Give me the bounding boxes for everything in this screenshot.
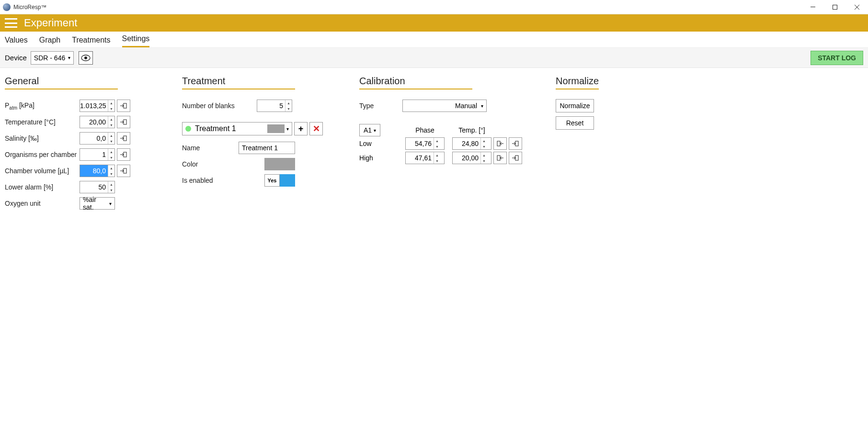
calibration-well-select[interactable]: A1▾ (359, 124, 380, 136)
treatment-heading: Treatment (182, 76, 295, 89)
add-treatment-button[interactable]: + (294, 122, 308, 135)
export-icon (512, 155, 519, 161)
tab-treatments[interactable]: Treatments (72, 34, 110, 47)
high-export-button[interactable] (509, 152, 522, 164)
export-icon (120, 152, 127, 157)
export-icon (120, 119, 127, 125)
reset-button[interactable]: Reset (556, 116, 594, 130)
oxygen-unit-label: Oxygen unit (5, 200, 80, 207)
temperature-input[interactable]: ▲▼ (80, 116, 115, 128)
panel-treatment: Treatment Number of blanks ▲▼ Treatment … (182, 76, 340, 190)
organisms-input[interactable]: ▲▼ (80, 148, 115, 161)
menu-button[interactable] (5, 18, 17, 28)
svg-point-5 (84, 56, 87, 59)
tab-values[interactable]: Values (5, 34, 28, 47)
svg-rect-14 (124, 168, 126, 173)
header-bar: Experiment (0, 14, 868, 32)
x-icon: ✕ (313, 123, 320, 134)
export-icon (120, 168, 127, 174)
svg-rect-1 (833, 5, 837, 9)
treatment-enabled-label: Is enabled (182, 177, 239, 184)
treatment-name-input[interactable] (239, 142, 295, 154)
high-import-button[interactable] (493, 152, 507, 164)
high-temp-input[interactable]: ▲▼ (452, 152, 491, 164)
chevron-down-icon: ▾ (109, 201, 112, 206)
view-button[interactable] (79, 51, 93, 65)
high-phase-input[interactable]: ▲▼ (405, 152, 445, 164)
app-icon (3, 3, 11, 11)
organisms-export-button[interactable] (117, 148, 130, 161)
low-temp-input[interactable]: ▲▼ (452, 137, 491, 150)
treatment-selected: Treatment 1 (195, 124, 236, 133)
treatment-color-picker[interactable] (264, 158, 295, 170)
calibration-type-select[interactable]: Manual▾ (402, 100, 487, 112)
device-select[interactable]: SDR - 646 ▾ (31, 51, 74, 65)
chamber-volume-export-button[interactable] (117, 165, 130, 177)
blanks-input[interactable]: ▲▼ (257, 100, 292, 112)
minimize-button[interactable] (802, 0, 824, 14)
chamber-volume-label: Chamber volume [µL] (5, 167, 80, 175)
start-log-button[interactable]: START LOG (811, 51, 863, 65)
window-controls (802, 0, 868, 14)
panel-general: General Patm [kPa] ▲▼ Temperature [°C] ▲… (5, 76, 163, 213)
svg-rect-16 (497, 141, 500, 146)
lower-alarm-input[interactable]: ▲▼ (80, 181, 115, 193)
low-export-button[interactable] (509, 137, 522, 150)
temp-header: Temp. [°] (452, 126, 491, 134)
import-icon (497, 155, 503, 161)
tab-graph[interactable]: Graph (39, 34, 60, 47)
chevron-down-icon: ▾ (481, 103, 483, 109)
status-dot-icon (185, 126, 191, 132)
panel-normalize: Normalize Normalize Reset (556, 76, 680, 134)
maximize-icon (833, 5, 837, 10)
low-label: Low (359, 140, 405, 147)
minimize-icon (811, 7, 815, 7)
normalize-button[interactable]: Normalize (556, 99, 594, 112)
color-swatch (267, 124, 285, 133)
close-button[interactable] (846, 0, 868, 14)
general-heading: General (5, 76, 118, 89)
svg-rect-0 (811, 7, 815, 7)
maximize-button[interactable] (824, 0, 846, 14)
toggle-label: Yes (264, 174, 280, 187)
svg-rect-18 (515, 141, 518, 146)
export-icon (120, 135, 127, 141)
oxygen-unit-select[interactable]: %air sat.▾ (80, 197, 115, 210)
svg-rect-20 (497, 156, 500, 160)
treatment-select[interactable]: Treatment 1 ▾ (182, 122, 292, 135)
plus-icon: + (298, 124, 304, 134)
eye-icon (81, 55, 91, 61)
close-icon (855, 5, 859, 10)
toggle-indicator (280, 174, 295, 187)
tab-settings[interactable]: Settings (122, 33, 150, 47)
tabs: Values Graph Treatments Settings (0, 32, 868, 48)
import-icon (497, 141, 503, 146)
patm-input[interactable]: ▲▼ (80, 100, 115, 112)
treatment-enabled-toggle[interactable]: Yes (264, 174, 295, 187)
chamber-volume-input[interactable]: ▲▼ (80, 165, 115, 177)
salinity-export-button[interactable] (117, 132, 130, 145)
chevron-down-icon: ▾ (68, 55, 70, 60)
patm-export-button[interactable] (117, 100, 130, 112)
device-label: Device (5, 54, 27, 62)
salinity-input[interactable]: ▲▼ (80, 132, 115, 145)
blanks-label: Number of blanks (182, 102, 257, 110)
chevron-down-icon: ▾ (286, 126, 289, 132)
svg-rect-22 (515, 156, 518, 160)
salinity-label: Salinity [‰] (5, 134, 80, 142)
low-import-button[interactable] (493, 137, 507, 150)
low-phase-input[interactable]: ▲▼ (405, 137, 445, 150)
calibration-heading: Calibration (359, 76, 472, 89)
lower-alarm-label: Lower alarm [%] (5, 183, 80, 191)
export-icon (512, 141, 519, 146)
toolbar: Device SDR - 646 ▾ START LOG (0, 48, 868, 68)
content: General Patm [kPa] ▲▼ Temperature [°C] ▲… (0, 68, 868, 221)
temperature-export-button[interactable] (117, 116, 130, 128)
delete-treatment-button[interactable]: ✕ (309, 122, 323, 135)
svg-rect-8 (124, 120, 126, 124)
window-title: MicroResp™ (13, 4, 802, 11)
export-icon (120, 103, 127, 109)
svg-rect-6 (124, 103, 126, 108)
phase-header: Phase (405, 126, 445, 134)
page-title: Experiment (24, 17, 77, 29)
